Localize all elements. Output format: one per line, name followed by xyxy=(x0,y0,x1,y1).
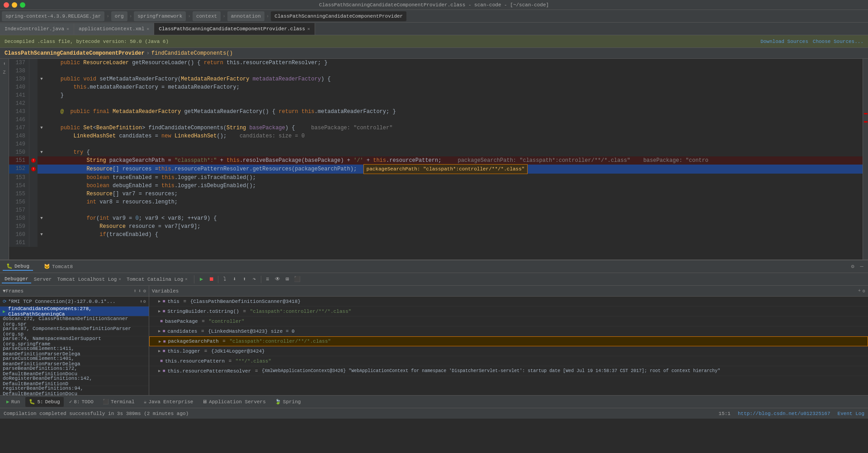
debug-tab-tomcat[interactable]: 🐱 Tomcat8 xyxy=(40,263,76,270)
minimize-button[interactable] xyxy=(12,2,17,8)
bottom-tab-debug[interactable]: 🐛 5: Debug xyxy=(25,397,63,407)
project-tab-context[interactable]: spring-context-4.3.9.RELEASE.jar xyxy=(2,11,104,21)
evaluate-btn[interactable]: ≡ xyxy=(263,275,272,284)
var-item-basepackage[interactable]: ■ basePackage = "controller" xyxy=(149,316,868,326)
debug-subtab-localhost-log[interactable]: Tomcat Localhost Log ✕ xyxy=(54,275,123,283)
frames-settings-icon[interactable]: ⚙ xyxy=(143,288,146,294)
download-sources-link[interactable]: Download Sources xyxy=(760,39,808,44)
var-item-resourcepatternresolver[interactable]: ▶ ■ this.resourcePatternResolver = {XmlW… xyxy=(149,366,868,376)
code-line-143: 143 @ public final MetadataReaderFactory… xyxy=(9,108,863,116)
left-gutter: ⬆ Z xyxy=(0,59,9,260)
var-item-logger[interactable]: ▶ ■ this.logger = {Jdk14Logger@3424} xyxy=(149,346,868,356)
field-icon: ■ xyxy=(160,319,163,324)
watch-btn[interactable]: 👁 xyxy=(273,275,282,284)
close-tab-icon[interactable]: ✕ xyxy=(185,277,187,282)
debug-minimize-icon[interactable]: — xyxy=(858,263,865,270)
file-tab-classpath[interactable]: ClassPathScanningCandidateComponentProvi… xyxy=(154,23,315,35)
maximize-button[interactable] xyxy=(20,2,25,8)
debug-subtab-server[interactable]: Server xyxy=(31,275,55,283)
frame-item-active[interactable]: ▶ findCandidateComponents:278, ClassPath… xyxy=(0,307,149,316)
navigate-icon[interactable]: Z xyxy=(3,68,5,76)
server-icon: 🖥 xyxy=(202,399,207,405)
frame-item-parse87[interactable]: parse:87, ComponentScanBeanDefinitionPar… xyxy=(0,326,149,336)
variables-controls: + ⚙ xyxy=(858,288,865,294)
close-tab-icon[interactable]: ✕ xyxy=(307,26,310,32)
project-tab-springframework[interactable]: springframework xyxy=(134,11,186,21)
file-tab-applicationcontext[interactable]: applicationContext.xml ✕ xyxy=(74,23,154,35)
frame-item-parse74[interactable]: parse:74, NamespaceHandlerSupport (org.s… xyxy=(0,336,149,346)
frames-btn[interactable]: ⊞ xyxy=(283,275,292,284)
bottom-tab-todo[interactable]: ✓ 8: TODO xyxy=(66,397,97,407)
resume-btn[interactable]: ▶ xyxy=(197,275,206,284)
code-line-154: 154 boolean debugEnabled = this.logger.i… xyxy=(9,182,863,190)
field-icon: ■ xyxy=(162,368,165,373)
close-button[interactable] xyxy=(4,2,9,8)
bottom-tab-run[interactable]: ▶ Run xyxy=(3,397,24,407)
code-line-159: 159 Resource resource = var7[var9]; xyxy=(9,222,863,231)
debug-tab-debug[interactable]: 🐛 Debug xyxy=(3,262,33,271)
structure-icon[interactable]: ⬆ xyxy=(3,60,5,68)
code-line-140: 140 this.metadataReaderFactory = metadat… xyxy=(9,83,863,91)
frame-expand-icon[interactable]: ⬇ xyxy=(140,299,142,304)
debug-header-right: ⚙ — xyxy=(849,263,865,270)
frames-expand-icon[interactable]: ⬆ xyxy=(133,288,137,294)
choose-sources-link[interactable]: Choose Sources... xyxy=(813,39,863,44)
bottom-tab-javaenterprise[interactable]: ☕ Java Enterprise xyxy=(140,397,197,407)
bottom-tab-appservers[interactable]: 🖥 Application Servers xyxy=(198,397,269,407)
event-log-link[interactable]: Event Log xyxy=(838,411,864,416)
frame-item-doscan[interactable]: doScan:272, ClassPathBeanDefinitionScann… xyxy=(0,316,149,326)
run-icon: ▶ xyxy=(6,399,9,405)
code-line-160: 160 ▼ if(traceEnabled) { xyxy=(9,231,863,239)
var-item-packagesearchpath[interactable]: ▶ ■ packageSearchPath = "classpath*:cont… xyxy=(149,336,868,346)
bottom-tab-terminal[interactable]: ⬛ Terminal xyxy=(99,397,138,407)
project-tab-annotation[interactable]: annotation xyxy=(227,11,264,21)
close-tab-icon[interactable]: ✕ xyxy=(118,277,121,282)
variables-panel: Variables + ⚙ ▶ ■ this = {ClassPathBeanD… xyxy=(149,286,868,395)
code-line-157: 157 xyxy=(9,206,863,214)
debug-subtab-catalina-log[interactable]: Tomcat Catalina Log ✕ xyxy=(124,275,190,283)
frame-item-registerbean94[interactable]: registerBeanDefinitions:94, DefaultBeanD… xyxy=(0,386,149,395)
memory-btn[interactable]: ⬛ xyxy=(293,275,302,284)
close-tab-icon[interactable]: ✕ xyxy=(146,26,149,32)
close-tab-icon[interactable]: ✕ xyxy=(66,26,69,32)
frame-item-parsebean172[interactable]: parseBeanDefinitions:172, DefaultBeanDef… xyxy=(0,366,149,376)
frame-item-parsecustom1411[interactable]: parseCustomElement:1411, BeanDefinitionP… xyxy=(0,346,149,356)
code-line-141: 141 } xyxy=(9,91,863,99)
field-icon: ■ xyxy=(162,299,165,304)
project-tab-context2[interactable]: context xyxy=(193,11,221,21)
step-into-btn[interactable]: ⬇ xyxy=(230,275,239,284)
project-tab-class[interactable]: ClassPathScanningCandidateComponentProvi… xyxy=(271,11,406,21)
breadcrumb-method: findCandidateComponents() xyxy=(151,50,233,57)
frame-item-parsecustom1401[interactable]: parseCustomElement:1401, BeanDefinitionP… xyxy=(0,356,149,366)
debug-subtab-debugger[interactable]: Debugger xyxy=(2,275,31,283)
frame-filter-icon[interactable]: ⚙ xyxy=(143,299,146,304)
status-message: Compilation completed successfully in 3s… xyxy=(4,411,189,416)
code-editor: 137 public ResourceLoader getResourceLoa… xyxy=(9,59,863,260)
var-item-this[interactable]: ▶ ■ this = {ClassPathBeanDefinitionScann… xyxy=(149,297,868,307)
frame-thread[interactable]: ⟳ *RMI TCP Connection(2)-127.0.0.1*... ⬇… xyxy=(0,297,149,307)
stop-btn[interactable]: ⏹ xyxy=(207,275,216,284)
variables-header: Variables + ⚙ xyxy=(149,286,868,297)
debug-subtabs: Debugger Server Tomcat Localhost Log ✕ T… xyxy=(2,275,194,283)
code-line-148: 148 LinkedHashSet candidates = new Linke… xyxy=(9,132,863,140)
frames-panel: ▼ Frames ⬆ ⬇ ⚙ ⟳ *RMI TCP Connection(2)-… xyxy=(0,286,149,395)
frame-item-doregister[interactable]: doRegisterBeanDefinitions:142, DefaultBe… xyxy=(0,376,149,386)
bottom-tab-spring[interactable]: 🍃 Spring xyxy=(271,397,305,407)
var-item-stringbuilder[interactable]: ▶ ■ StringBuilder.toString() = "classpat… xyxy=(149,307,868,316)
error-marker-152 xyxy=(864,121,868,123)
var-item-resourcepattern[interactable]: ■ this.resourcePattern = "**/*.class" xyxy=(149,356,868,366)
var-add-icon[interactable]: + xyxy=(858,288,861,294)
run-to-cursor-btn[interactable]: ↷ xyxy=(250,275,259,284)
var-item-candidates[interactable]: ▶ ■ candidates = {LinkedHashSet@3423} si… xyxy=(149,326,868,336)
var-settings-icon[interactable]: ⚙ xyxy=(863,288,865,294)
tooltip-152: packageSearchPath: "classpath*:controlle… xyxy=(363,164,528,174)
traffic-lights xyxy=(4,2,25,8)
project-tab-org[interactable]: org xyxy=(111,11,127,21)
file-tab-indexcontroller[interactable]: IndexController.java ✕ xyxy=(0,23,74,35)
debug-settings-icon[interactable]: ⚙ xyxy=(849,263,856,270)
terminal-icon: ⬛ xyxy=(103,399,109,405)
frames-collapse-icon[interactable]: ⬇ xyxy=(138,288,142,294)
step-out-btn[interactable]: ⬆ xyxy=(240,275,249,284)
step-over-btn[interactable]: ⤵ xyxy=(220,275,229,284)
blog-link[interactable]: http://blog.csdn.net/u012325167 xyxy=(738,411,830,416)
